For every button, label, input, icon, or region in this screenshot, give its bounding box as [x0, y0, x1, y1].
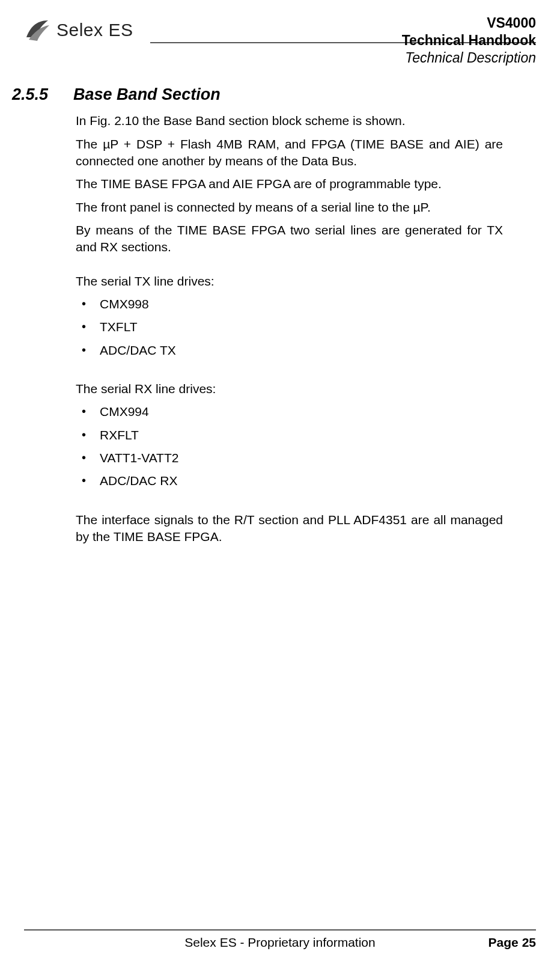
rx-list-intro: The serial RX line drives:: [76, 381, 503, 397]
tx-list-intro: The serial TX line drives:: [76, 273, 503, 290]
section-title: Base Band Section: [73, 85, 221, 104]
list-item: CMX994: [76, 403, 503, 420]
list-item: ADC/DAC TX: [76, 342, 503, 359]
page: Selex ES VS4000 Technical Handbook Techn…: [0, 0, 560, 975]
logo-text: Selex ES: [56, 20, 133, 40]
list-item: CMX998: [76, 296, 503, 313]
list-item: ADC/DAC RX: [76, 472, 503, 489]
rx-list: CMX994 RXFLT VATT1-VATT2 ADC/DAC RX: [76, 403, 503, 489]
list-item: RXFLT: [76, 427, 503, 444]
company-logo: Selex ES: [24, 13, 133, 43]
paragraph: The µP + DSP + Flash 4MB RAM, and FPGA (…: [76, 136, 503, 170]
content-area: 2.5.5 Base Band Section In Fig. 2.10 the…: [24, 43, 536, 545]
section-number: 2.5.5: [12, 85, 48, 104]
product-name: VS4000: [402, 14, 536, 32]
tx-list: CMX998 TXFLT ADC/DAC TX: [76, 296, 503, 359]
footer-rule: [24, 929, 536, 931]
document-title: Technical Handbook: [402, 32, 536, 49]
paragraph: In Fig. 2.10 the Base Band section block…: [76, 112, 503, 129]
page-footer: Selex ES - Proprietary information Page …: [24, 929, 536, 950]
footer-center-text: Selex ES - Proprietary information: [24, 935, 536, 950]
section-heading: 2.5.5 Base Band Section: [12, 85, 503, 104]
paragraph: By means of the TIME BASE FPGA two seria…: [76, 222, 503, 256]
body-text: In Fig. 2.10 the Base Band section block…: [76, 112, 503, 545]
paragraph: The TIME BASE FPGA and AIE FPGA are of p…: [76, 176, 503, 192]
list-item: TXFLT: [76, 319, 503, 335]
document-subtitle: Technical Description: [402, 49, 536, 67]
logo-icon: [24, 17, 50, 43]
paragraph: The front panel is connected by means of…: [76, 199, 503, 216]
list-item: VATT1-VATT2: [76, 450, 503, 466]
header-titles: VS4000 Technical Handbook Technical Desc…: [402, 13, 536, 66]
paragraph: The interface signals to the R/T section…: [76, 512, 503, 546]
